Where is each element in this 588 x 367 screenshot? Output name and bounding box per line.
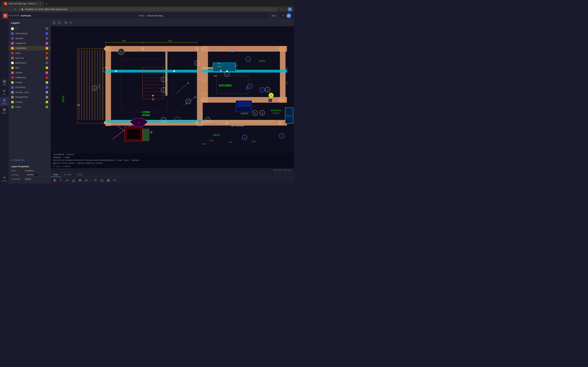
svg-text:7'-0": 7'-0" — [122, 40, 126, 42]
linetype-dropdown[interactable]: HIDDEN ▼ — [25, 173, 42, 176]
layer-item-deck-line[interactable]: Deck Line — [9, 56, 51, 60]
mirror-tool[interactable] — [112, 178, 117, 183]
polyline-tool[interactable] — [65, 178, 70, 183]
layer-swatch-footings-deck — [46, 91, 48, 93]
autodesk-label: AUTODESK — [9, 15, 20, 17]
breadcrumb: Home > Mount View.dwg — [138, 15, 163, 17]
layer-item-grade[interactable]: Grade — [9, 105, 51, 109]
redo-button[interactable] — [57, 21, 61, 25]
layer-color-deck — [11, 52, 14, 54]
layer-swatch-grade — [46, 106, 48, 108]
cad-canvas[interactable]: 7'-0" 7'-0" 10'-0" — [51, 26, 294, 152]
back-button[interactable]: ← — [2, 7, 6, 12]
select-button[interactable] — [69, 21, 73, 25]
layer-item-cabinetry[interactable]: CABINETRY — [9, 41, 51, 46]
layer-item-floor[interactable]: FLOOR — [9, 80, 51, 85]
browser-menu-button[interactable]: ⋮ — [284, 8, 286, 11]
sidebar-item-blocks[interactable]: Blocks — [0, 106, 9, 116]
svg-point-147 — [104, 47, 107, 50]
svg-text:G: G — [244, 137, 245, 139]
svg-rect-32 — [202, 120, 287, 125]
svg-text:UTILITY: UTILITY — [273, 112, 280, 114]
browser-user-avatar[interactable]: J — [288, 7, 292, 11]
new-tab-button[interactable]: + — [44, 2, 49, 6]
layer-item-counters[interactable]: COUNTERS — [9, 46, 51, 51]
user-avatar[interactable]: JD — [286, 13, 291, 18]
sidebar-item-views[interactable]: Views — [0, 78, 9, 87]
sidebar-item-properties[interactable]: Prop. — [0, 87, 9, 97]
layer-item-defpoints[interactable]: DEFPOINTS — [9, 60, 51, 65]
layer-swatch-counters — [46, 47, 48, 50]
copy-tool[interactable] — [106, 178, 110, 183]
bookmark-button[interactable]: ☆ — [280, 8, 282, 11]
layer-item-foundation[interactable]: FOUNDATION — [9, 95, 51, 100]
tab-draw[interactable]: Draw — [51, 172, 61, 177]
command-line: (3)Command: *Cancel* Command: '_ZOOM [Al… — [51, 152, 294, 168]
layer-item-framing[interactable]: Framing — [9, 100, 51, 105]
layer-item-deck[interactable]: DECK — [9, 51, 51, 56]
svg-text:REF: REF — [214, 75, 217, 77]
layer-item-0[interactable]: 0 — [9, 26, 51, 31]
svg-rect-4 — [3, 90, 6, 90]
autocad-label: AUTOCAD — [21, 15, 31, 17]
svg-text:1: 1 — [105, 69, 106, 71]
browser-tab-active[interactable]: A AutoCAD Web App - Online C... ✕ — [1, 1, 44, 6]
undo-tool[interactable] — [93, 178, 98, 183]
svg-text:1: 1 — [138, 122, 139, 124]
undo-button[interactable] — [52, 21, 56, 25]
layer-name-counters: COUNTERS — [15, 47, 44, 49]
layer-color-cabinetry — [11, 42, 14, 45]
properties-label: Prop. — [2, 93, 6, 95]
layer-item-ashade[interactable]: ASHADE — [9, 36, 51, 41]
app-header: A AUTODESK AUTOCAD Home > Mount View.dwg… — [0, 12, 294, 19]
app: A AUTODESK AUTOCAD Home > Mount View.dwg… — [0, 12, 294, 184]
svg-text:6'-10": 6'-10" — [209, 140, 214, 141]
triangle-tool[interactable] — [71, 178, 76, 183]
cmd-line-4: Specify first corner: Specify opposite c… — [53, 162, 292, 165]
svg-text:DW: DW — [246, 87, 248, 90]
refresh-button[interactable]: ↻ — [13, 7, 17, 12]
svg-text:5: 5 — [255, 112, 256, 114]
block-tool[interactable] — [78, 178, 82, 183]
layer-item-fireplace[interactable]: FIREPLACE — [9, 75, 51, 80]
help-icon[interactable]: ? — [282, 14, 284, 17]
create-new-button[interactable]: + Create new — [11, 159, 48, 161]
layer-name-dim: DIM — [15, 67, 44, 69]
svg-marker-180 — [72, 179, 75, 182]
breadcrumb-home[interactable]: Home — [138, 15, 144, 17]
svg-text:ON: ON — [77, 104, 80, 106]
layer-item-dim[interactable]: DIM — [9, 65, 51, 70]
svg-text:7'-0": 7'-0" — [168, 40, 172, 42]
address-bar-field[interactable]: 🔒 Autodesk, Inc. [US] | https://web.auto… — [18, 7, 277, 11]
layer-item-footings-deck[interactable]: Footings - Deck — [9, 90, 51, 95]
save-button[interactable]: Save — [269, 14, 279, 18]
svg-rect-23 — [202, 46, 287, 51]
arc-tool[interactable] — [59, 178, 63, 183]
sidebar-item-settings[interactable]: Settings — [0, 174, 9, 184]
plus-icon: + — [11, 159, 13, 161]
ellipse-tool[interactable] — [84, 178, 88, 183]
layer-item-footings[interactable]: FOOTINGS — [9, 85, 51, 90]
svg-text:4'-10": 4'-10" — [252, 141, 256, 142]
svg-text:A: A — [121, 50, 122, 53]
sidebar-item-layers[interactable]: Layers — [0, 97, 9, 106]
svg-text:C: C — [247, 58, 249, 60]
tab-close-button[interactable]: ✕ — [39, 2, 41, 5]
layer-prop-name: Name Log Beam — [11, 169, 48, 172]
command-input-field[interactable] — [55, 165, 292, 167]
move-tool[interactable] — [52, 178, 57, 183]
svg-point-157 — [201, 121, 204, 124]
layer-item-doors[interactable]: DOORS — [9, 70, 51, 75]
forward-button[interactable]: → — [8, 7, 12, 12]
search-zoom-button[interactable] — [64, 21, 68, 25]
layer-color-dim — [11, 67, 14, 69]
layer-name-footings: FOOTINGS — [15, 86, 44, 88]
svg-text:DINING: DINING — [241, 112, 248, 115]
layer-prop-linetype: Linetype HIDDEN ▼ — [11, 173, 48, 176]
tab-annotate[interactable]: Annotate — [61, 172, 74, 177]
layers-panel-header: Layers — [9, 19, 51, 26]
tab-modify[interactable]: Modify — [74, 172, 85, 177]
rect-tool[interactable] — [100, 178, 104, 183]
layer-name-deck: DECK — [15, 52, 44, 54]
layer-item-appliances[interactable]: APPLIANCES — [9, 31, 51, 36]
